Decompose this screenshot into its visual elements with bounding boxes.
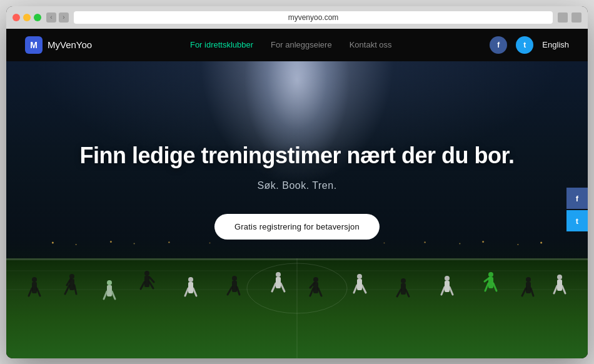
svg-line-22 — [65, 285, 69, 294]
maximize-button[interactable] — [34, 14, 41, 21]
svg-line-45 — [281, 283, 284, 291]
side-social-buttons: f t — [566, 188, 588, 231]
browser-actions — [558, 13, 581, 23]
new-tab-button[interactable] — [571, 13, 581, 23]
nav-link-kontakt[interactable]: Kontakt oss — [350, 40, 392, 49]
svg-point-59 — [445, 276, 450, 281]
svg-line-74 — [554, 286, 557, 293]
svg-line-58 — [406, 290, 409, 296]
back-button[interactable]: ‹ — [46, 13, 56, 23]
svg-line-19 — [37, 288, 40, 296]
svg-rect-52 — [357, 279, 362, 290]
players-layer — [6, 258, 588, 321]
svg-line-27 — [104, 291, 107, 299]
browser-chrome: ‹ › myvenyoo.com — [6, 6, 588, 29]
svg-line-65 — [485, 283, 488, 291]
nav-brand[interactable]: M MyVenYoo — [25, 36, 92, 54]
browser-traffic-lights — [13, 14, 41, 21]
svg-rect-26 — [107, 285, 112, 296]
svg-line-54 — [362, 285, 366, 293]
svg-line-62 — [450, 287, 453, 295]
svg-line-71 — [531, 288, 533, 296]
svg-line-49 — [318, 288, 321, 296]
svg-line-57 — [397, 290, 401, 296]
website-content: M MyVenYoo For idrettsklubber For anlegg… — [6, 29, 588, 358]
svg-point-1 — [76, 244, 77, 245]
svg-point-3 — [134, 243, 135, 244]
svg-line-53 — [354, 285, 357, 293]
brand-name: MyVenYoo — [48, 39, 92, 50]
svg-point-72 — [557, 275, 562, 280]
svg-line-70 — [522, 288, 526, 296]
language-selector[interactable]: English — [542, 40, 569, 49]
svg-line-28 — [112, 291, 115, 299]
share-button[interactable] — [558, 13, 568, 23]
svg-rect-17 — [32, 282, 37, 293]
minimize-button[interactable] — [23, 14, 31, 21]
svg-point-16 — [32, 277, 37, 282]
svg-line-44 — [272, 283, 276, 291]
hero-subtitle: Søk. Book. Tren. — [79, 180, 514, 191]
svg-point-11 — [540, 241, 542, 243]
svg-line-36 — [185, 288, 188, 296]
svg-point-4 — [168, 241, 169, 243]
svg-point-51 — [357, 274, 362, 279]
svg-rect-56 — [401, 283, 406, 295]
svg-line-31 — [141, 282, 144, 289]
nav-link-idrettsklubber[interactable]: For idrettsklubber — [190, 40, 253, 49]
svg-line-18 — [29, 288, 32, 296]
side-twitter-button[interactable]: t — [566, 210, 588, 231]
browser-navigation: ‹ › — [46, 13, 69, 23]
svg-point-0 — [52, 241, 54, 243]
svg-line-32 — [149, 282, 153, 288]
svg-point-42 — [276, 272, 281, 277]
svg-point-29 — [144, 271, 149, 276]
svg-point-5 — [209, 242, 211, 243]
facebook-nav-icon[interactable]: f — [490, 36, 507, 54]
svg-point-7 — [424, 241, 425, 243]
svg-point-34 — [188, 277, 193, 282]
svg-point-63 — [488, 272, 493, 277]
close-button[interactable] — [13, 14, 20, 21]
svg-line-23 — [74, 285, 76, 294]
svg-point-55 — [401, 278, 406, 283]
hero-section: Finn ledige treningstimer nært der du bo… — [6, 61, 588, 358]
svg-point-9 — [482, 241, 484, 243]
svg-point-38 — [232, 276, 237, 281]
url-bar[interactable]: myvenyoo.com — [74, 11, 553, 24]
svg-point-25 — [107, 280, 112, 285]
twitter-nav-icon[interactable]: t — [516, 36, 533, 54]
svg-line-37 — [193, 288, 196, 296]
svg-rect-60 — [445, 281, 450, 292]
browser-window: ‹ › myvenyoo.com M MyVenYoo For idrettsk… — [6, 6, 588, 358]
svg-line-75 — [562, 286, 565, 293]
navbar: M MyVenYoo For idrettsklubber For anlegg… — [6, 29, 588, 61]
hero-title: Finn ledige treningstimer nært der du bo… — [79, 143, 514, 169]
svg-line-48 — [310, 288, 313, 296]
svg-rect-39 — [232, 281, 237, 292]
svg-rect-43 — [276, 277, 281, 288]
nav-links: For idrettsklubber For anleggseiere Kont… — [190, 40, 392, 49]
nav-link-anleggseiere[interactable]: For anleggseiere — [271, 40, 332, 49]
svg-point-6 — [384, 242, 385, 243]
side-facebook-button[interactable]: f — [566, 188, 588, 209]
svg-point-8 — [459, 243, 460, 244]
svg-point-10 — [517, 244, 518, 245]
svg-line-61 — [441, 287, 445, 295]
forward-button[interactable]: › — [59, 13, 69, 23]
hero-content: Finn ledige treningstimer nært der du bo… — [54, 143, 539, 240]
svg-line-66 — [493, 283, 496, 291]
svg-rect-73 — [557, 280, 562, 291]
svg-line-33 — [149, 277, 154, 282]
svg-point-2 — [110, 241, 112, 243]
svg-line-41 — [237, 287, 239, 295]
cta-button[interactable]: Gratis registrering for betaversjon — [214, 214, 380, 240]
svg-rect-69 — [526, 282, 531, 293]
svg-point-46 — [313, 277, 318, 282]
svg-line-40 — [228, 287, 232, 295]
svg-rect-35 — [188, 282, 193, 293]
svg-point-68 — [526, 277, 531, 282]
nav-right: f t English — [490, 36, 569, 54]
brand-logo-icon: M — [25, 36, 43, 54]
